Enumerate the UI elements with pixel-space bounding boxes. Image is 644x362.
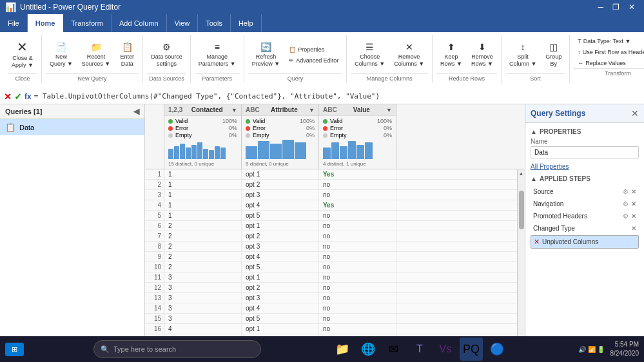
query-item-data[interactable]: 📋 Data (0, 119, 144, 135)
step-promoted-headers-delete-icon[interactable]: ✕ (631, 213, 636, 220)
step-changed-type-delete-icon[interactable]: ✕ (631, 225, 636, 232)
applied-steps-section: ▲ APPLIED STEPS Source ⚙ ✕ Navigation ⚙ … (525, 175, 644, 348)
ribbon-group-sort: ↕ SplitColumn ▼ ◫ GroupBy Sort (502, 35, 570, 83)
step-promoted-headers[interactable]: Promoted Headers ⚙ ✕ (531, 211, 639, 222)
replace-values-button[interactable]: ↔ Replace Values (574, 58, 644, 68)
enter-data-button[interactable]: 📋 EnterData (115, 36, 139, 73)
formula-bar: ✕ ✓ fx (0, 89, 644, 104)
scroll-thumb[interactable] (519, 191, 524, 229)
taskbar-app-explorer[interactable]: 📁 (331, 338, 354, 361)
bar-8 (209, 150, 214, 159)
cell-contacted-3: 1 (164, 190, 242, 200)
col-dropdown-value[interactable]: ▼ (386, 107, 392, 113)
use-first-row-button[interactable]: ↑ Use First Row as Headers ▼ (574, 47, 644, 57)
col-stats-contacted: Valid 100% Error 0% Empty 0% (164, 116, 241, 141)
tab-tools[interactable]: Tools (198, 14, 231, 32)
advanced-editor-button[interactable]: ✏ Advanced Editor (285, 55, 342, 66)
tab-file[interactable]: File (0, 14, 28, 32)
advanced-editor-label: Advanced Editor (296, 57, 338, 64)
stat-empty-attribute: Empty 0% (246, 132, 315, 138)
col-dropdown-contacted[interactable]: ▼ (231, 107, 237, 113)
remove-rows-button[interactable]: ⬇ RemoveRows ▼ (467, 36, 497, 73)
remove-columns-button[interactable]: ✕ RemoveColumns ▼ (390, 36, 428, 73)
taskbar-app-browser2[interactable]: 🔵 (485, 338, 509, 361)
step-source[interactable]: Source ⚙ ✕ (531, 186, 639, 197)
stat-empty-label-contacted: Empty (175, 132, 192, 138)
keep-rows-button[interactable]: ⬆ KeepRows ▼ (436, 36, 466, 73)
taskbar-app-mail[interactable]: ✉ (382, 338, 405, 361)
grid-body[interactable]: 1 1 opt 1 Yes 2 1 opt 2 no 3 (145, 169, 517, 348)
minimize-button[interactable]: ─ (594, 0, 607, 14)
step-navigation[interactable]: Navigation ⚙ ✕ (531, 198, 639, 209)
formula-confirm-icon[interactable]: ✓ (14, 91, 22, 102)
taskbar-app-teams[interactable]: T (408, 338, 431, 361)
tab-transform[interactable]: Transform (63, 14, 112, 32)
cell-attribute-11: opt 1 (242, 272, 319, 282)
cell-attribute-9: opt 4 (242, 252, 319, 262)
step-source-gear-icon[interactable]: ⚙ (623, 188, 629, 195)
table-row: 3 1 opt 3 no (145, 190, 517, 200)
step-changed-type[interactable]: Changed Type ✕ (531, 223, 639, 234)
queries-collapse-icon[interactable]: ◀ (133, 107, 139, 116)
tab-view[interactable]: View (167, 14, 199, 32)
row-num-7: 7 (145, 231, 164, 241)
table-row: 1 1 opt 1 Yes (145, 169, 517, 180)
all-properties-link[interactable]: All Properties (531, 162, 639, 170)
taskbar-app-edge[interactable]: 🌐 (356, 338, 380, 361)
col-header-value: ABC Value ▼ Valid 100% Error 0% (319, 104, 396, 169)
formula-fx-icon: fx (24, 92, 32, 101)
sort-buttons: ↕ SplitColumn ▼ ◫ GroupBy (505, 36, 565, 73)
formula-input[interactable] (34, 92, 640, 100)
applied-steps-label: APPLIED STEPS (540, 175, 590, 182)
data-type-button[interactable]: T Data Type: Text ▼ (574, 36, 644, 46)
data-sources-buttons: ⚙ Data sourcesettings (147, 36, 186, 73)
stat-error-contacted: Error 0% (168, 125, 237, 131)
table-row: 4 1 opt 4 Yes (145, 200, 517, 211)
row-num-14: 14 (145, 303, 164, 313)
new-query-button[interactable]: 📄 NewQuery ▼ (46, 36, 77, 73)
scroll-up-arrow[interactable]: ▲ (518, 169, 525, 178)
refresh-preview-button[interactable]: 🔄 RefreshPreview ▼ (248, 36, 284, 73)
start-button[interactable]: ⊞ (5, 343, 24, 356)
data-type-icon: T (578, 38, 581, 44)
close-button[interactable]: ✕ (625, 0, 639, 14)
step-navigation-delete-icon[interactable]: ✕ (631, 200, 636, 207)
split-column-button[interactable]: ↕ SplitColumn ▼ (505, 36, 540, 73)
refresh-preview-label: RefreshPreview ▼ (252, 53, 280, 68)
tab-home[interactable]: Home (28, 14, 64, 32)
col-dropdown-attribute[interactable]: ▼ (309, 107, 315, 113)
data-source-settings-button[interactable]: ⚙ Data sourcesettings (147, 36, 186, 73)
table-row: 2 1 opt 2 no (145, 180, 517, 190)
taskbar-app-vs[interactable]: Vs (434, 338, 457, 361)
step-source-delete-icon[interactable]: ✕ (631, 188, 636, 195)
close-apply-button[interactable]: ✕ Close &Apply ▼ (8, 36, 37, 73)
col-header-attribute: ABC Attribute ▼ Valid 100% Error 0% (242, 104, 319, 169)
choose-columns-button[interactable]: ☰ ChooseColumns ▼ (351, 36, 389, 73)
recent-sources-button[interactable]: 📁 RecentSources ▼ (78, 36, 114, 73)
start-icon: ⊞ (12, 345, 17, 354)
cell-value-5: no (319, 211, 396, 220)
group-by-button[interactable]: ◫ GroupBy (542, 36, 565, 73)
step-promoted-headers-gear-icon[interactable]: ⚙ (623, 213, 629, 220)
taskbar-app-pq[interactable]: PQ (460, 338, 483, 361)
maximize-button[interactable]: ❐ (609, 0, 623, 14)
ribbon-group-data-sources: ⚙ Data sourcesettings Data Sources (143, 35, 191, 83)
manage-parameters-icon: ≡ (215, 42, 220, 52)
tab-add-column[interactable]: Add Column (112, 14, 167, 32)
taskbar-search[interactable]: 🔍 Type here to search (93, 340, 261, 358)
tab-help[interactable]: Help (231, 14, 262, 32)
query-name-input[interactable] (531, 146, 639, 158)
step-unpivoted-columns[interactable]: ✕ Unpivoted Columns (531, 235, 639, 249)
properties-button[interactable]: 📋 Properties (285, 44, 342, 55)
settings-close-button[interactable]: ✕ (631, 108, 639, 119)
formula-cancel-icon[interactable]: ✕ (4, 91, 12, 102)
all-properties-link-text[interactable]: All Properties (531, 163, 569, 170)
step-navigation-gear-icon[interactable]: ⚙ (623, 200, 629, 207)
col-header-contacted: 1,2,3 Contacted ▼ Valid 100% Error 0% (164, 104, 242, 169)
manage-parameters-button[interactable]: ≡ ManageParameters ▼ (195, 36, 240, 73)
search-icon: 🔍 (101, 345, 110, 354)
val-bar-3 (340, 146, 347, 159)
vertical-scrollbar[interactable]: ▲ ▼ (517, 169, 525, 348)
cell-attribute-16: opt 1 (242, 324, 319, 334)
enter-data-icon: 📋 (122, 42, 133, 52)
